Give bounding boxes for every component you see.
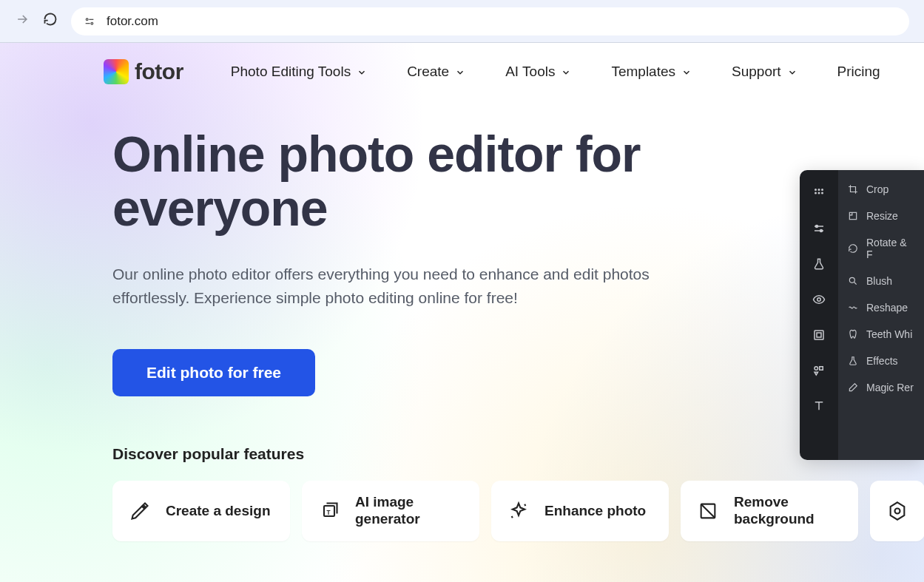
- tooth-icon: [847, 328, 859, 340]
- svg-rect-15: [815, 331, 823, 339]
- feature-more[interactable]: [870, 481, 924, 541]
- nav-photo-editing-tools[interactable]: Photo Editing Tools: [231, 64, 365, 80]
- url-text: fotor.com: [107, 14, 158, 29]
- feature-label: Enhance photo: [544, 503, 646, 520]
- svg-rect-16: [817, 333, 821, 337]
- url-bar[interactable]: fotor.com: [71, 7, 909, 35]
- tool-label: Resize: [866, 210, 898, 222]
- pencil-ruler-icon: [129, 500, 151, 522]
- chevron-down-icon: [681, 67, 690, 76]
- svg-rect-18: [820, 367, 823, 370]
- svg-point-20: [849, 277, 854, 282]
- nav-label: Support: [732, 64, 781, 80]
- tool-label: Reshape: [866, 302, 908, 314]
- forward-arrow-icon[interactable]: [15, 12, 30, 30]
- tool-teeth-whitening[interactable]: Teeth Whi: [838, 322, 924, 346]
- tool-rotate[interactable]: Rotate & F: [838, 231, 924, 266]
- magnify-icon: [847, 275, 859, 287]
- svg-text:T: T: [327, 510, 331, 516]
- hexagon-icon: [886, 500, 908, 522]
- feature-label: AI image generator: [355, 494, 463, 528]
- editor-sidebar: [800, 170, 838, 460]
- nav-label: Create: [407, 64, 449, 80]
- logo[interactable]: fotor: [104, 59, 183, 84]
- editor-tools-list: Crop Resize Rotate & F Blush Reshape Tee…: [838, 170, 924, 460]
- tool-crop[interactable]: Crop: [838, 177, 924, 201]
- svg-point-14: [817, 298, 821, 302]
- crop-icon: [847, 183, 859, 195]
- nav-label: AI Tools: [505, 64, 555, 80]
- nav-label: Pricing: [837, 64, 880, 80]
- feature-enhance-photo[interactable]: Enhance photo: [491, 481, 669, 541]
- svg-point-0: [86, 18, 88, 21]
- edit-photo-button[interactable]: Edit photo for free: [112, 349, 315, 396]
- svg-point-13: [820, 230, 823, 232]
- browser-toolbar: fotor.com: [0, 0, 924, 43]
- nav-label: Templates: [611, 64, 675, 80]
- layers-icon: T: [318, 500, 340, 522]
- tool-label: Teeth Whi: [866, 328, 912, 340]
- rotate-icon: [847, 243, 859, 254]
- eraser-icon: [847, 382, 859, 393]
- logo-text: fotor: [135, 59, 183, 84]
- feature-label: Create a design: [166, 503, 271, 520]
- tool-reshape[interactable]: Reshape: [838, 296, 924, 319]
- chevron-down-icon: [357, 67, 365, 76]
- tool-label: Blush: [866, 275, 892, 287]
- tool-effects[interactable]: Effects: [838, 349, 924, 373]
- reload-icon[interactable]: [43, 12, 58, 30]
- svg-point-11: [821, 192, 823, 194]
- svg-point-7: [818, 189, 820, 191]
- tool-magic-remove[interactable]: Magic Rer: [838, 376, 924, 399]
- wave-icon: [847, 302, 859, 314]
- hero-section: Online photo editor for everyone Our onl…: [0, 101, 666, 396]
- chevron-down-icon: [455, 67, 464, 76]
- hero-subtitle: Our online photo editor offers everythin…: [112, 263, 666, 311]
- feature-cards: Create a design T AI image generator Enh…: [112, 481, 924, 541]
- eye-icon[interactable]: [811, 291, 827, 308]
- svg-point-1: [91, 22, 93, 24]
- nav-support[interactable]: Support: [732, 64, 796, 80]
- feature-create-design[interactable]: Create a design: [112, 481, 290, 541]
- tool-blush[interactable]: Blush: [838, 269, 924, 293]
- feature-ai-image-generator[interactable]: T AI image generator: [302, 481, 479, 541]
- page-content: fotor Photo Editing Tools Create AI Tool…: [0, 43, 924, 582]
- sparkle-star-icon: [507, 500, 530, 522]
- nav-create[interactable]: Create: [407, 64, 464, 80]
- logo-mark-icon: [104, 59, 129, 84]
- main-nav: Photo Editing Tools Create AI Tools Temp…: [231, 64, 880, 80]
- tool-label: Crop: [866, 183, 888, 195]
- site-settings-icon[interactable]: [83, 15, 96, 28]
- tool-label: Magic Rer: [866, 382, 914, 393]
- svg-point-8: [821, 189, 823, 191]
- nav-pricing[interactable]: Pricing: [837, 64, 880, 80]
- site-header: fotor Photo Editing Tools Create AI Tool…: [0, 43, 924, 101]
- grid-icon[interactable]: [811, 185, 827, 201]
- text-icon[interactable]: [811, 398, 827, 414]
- crop-remove-icon: [697, 500, 719, 522]
- discover-section: Discover popular features Create a desig…: [0, 396, 924, 541]
- svg-point-12: [816, 226, 818, 228]
- nav-label: Photo Editing Tools: [231, 64, 351, 80]
- tool-label: Rotate & F: [866, 237, 915, 260]
- sliders-icon[interactable]: [811, 220, 827, 237]
- nav-templates[interactable]: Templates: [611, 64, 690, 80]
- square-icon[interactable]: [811, 327, 827, 343]
- flask-icon[interactable]: [811, 256, 827, 272]
- editor-preview-panel: Crop Resize Rotate & F Blush Reshape Tee…: [800, 170, 924, 460]
- feature-label: Remove background: [734, 494, 842, 528]
- nav-ai-tools[interactable]: AI Tools: [505, 64, 570, 80]
- resize-icon: [847, 210, 859, 222]
- svg-rect-19: [849, 212, 856, 219]
- tool-resize[interactable]: Resize: [838, 204, 924, 228]
- shapes-icon[interactable]: [811, 362, 827, 379]
- svg-point-10: [818, 192, 820, 194]
- svg-point-6: [815, 189, 817, 191]
- svg-point-5: [895, 508, 900, 513]
- hero-title: Online photo editor for everyone: [112, 127, 666, 236]
- tool-label: Effects: [866, 355, 898, 367]
- chevron-down-icon: [561, 67, 570, 76]
- feature-remove-background[interactable]: Remove background: [681, 481, 858, 541]
- svg-point-9: [815, 192, 817, 194]
- chevron-down-icon: [787, 67, 796, 76]
